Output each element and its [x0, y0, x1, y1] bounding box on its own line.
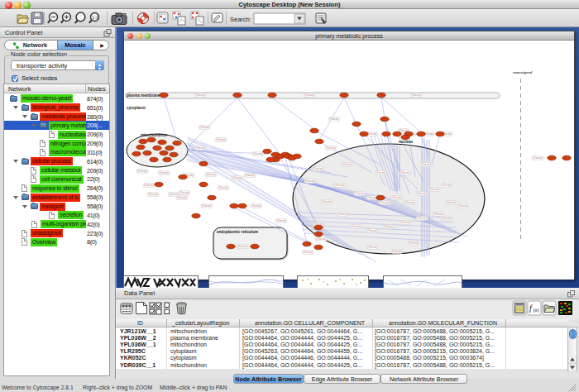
svg-text:(Yxx:xx): (Yxx:xx) — [338, 213, 348, 216]
svg-text:(Yxx:xx): (Yxx:xx) — [144, 184, 154, 187]
svg-text:(Yxx:xx): (Yxx:xx) — [202, 204, 212, 208]
svg-text:(Yxx:xx): (Yxx:xx) — [159, 171, 169, 174]
svg-text:(Yxx:xx): (Yxx:xx) — [313, 167, 323, 170]
svg-text:cytoplasm: cytoplasm — [127, 106, 146, 110]
svg-text:(Yxx:xx): (Yxx:xx) — [400, 221, 410, 224]
svg-text:endoplasmic reticulum: endoplasmic reticulum — [217, 230, 258, 234]
svg-text:(Yxx:xx): (Yxx:xx) — [195, 93, 205, 97]
svg-text:(Yxx:xx): (Yxx:xx) — [195, 146, 205, 150]
svg-text:(Yxx:xx): (Yxx:xx) — [342, 163, 352, 166]
svg-text:nucleus: nucleus — [399, 140, 414, 144]
svg-text:(Yxx:xx): (Yxx:xx) — [409, 241, 419, 245]
svg-text:(Yxx:xx): (Yxx:xx) — [411, 93, 421, 97]
svg-text:(Yxx:xx): (Yxx:xx) — [392, 250, 402, 253]
svg-text:(Yxx:xx): (Yxx:xx) — [367, 246, 377, 249]
svg-text:(Yxx:xx): (Yxx:xx) — [446, 201, 456, 204]
svg-text:(Yxx:xx): (Yxx:xx) — [329, 117, 339, 121]
svg-text:(Yxx:xx): (Yxx:xx) — [404, 201, 414, 204]
svg-text:(Yxx:xx): (Yxx:xx) — [237, 245, 247, 248]
svg-text:(Yxx:xx): (Yxx:xx) — [392, 196, 402, 199]
svg-text:(Yxx:xx): (Yxx:xx) — [137, 170, 147, 173]
svg-text:(Yxx:xx): (Yxx:xx) — [355, 192, 365, 195]
svg-text:(Yxx:xx): (Yxx:xx) — [351, 225, 361, 228]
svg-text:(Yxx:xx): (Yxx:xx) — [245, 174, 255, 177]
svg-text:(Yxx:xx): (Yxx:xx) — [218, 186, 228, 189]
svg-text:(Yxx:xx): (Yxx:xx) — [199, 126, 209, 129]
svg-text:(Yxx:xx): (Yxx:xx) — [367, 229, 377, 232]
svg-text:(x): (x) — [534, 308, 539, 313]
svg-text:(Yxx:xx): (Yxx:xx) — [148, 193, 158, 196]
svg-text:(Yxx:xx): (Yxx:xx) — [232, 176, 242, 179]
svg-text:1:1: 1:1 — [92, 15, 98, 20]
svg-text:(Yxx:xx): (Yxx:xx) — [400, 171, 410, 174]
svg-text:(Yxx:xx): (Yxx:xx) — [169, 193, 179, 196]
svg-text:(Yxx:xx): (Yxx:xx) — [442, 217, 452, 220]
svg-text:(Yxx:xx): (Yxx:xx) — [458, 204, 468, 208]
svg-text:(Yxx:xx): (Yxx:xx) — [216, 138, 226, 141]
svg-text:(Yxx:xx): (Yxx:xx) — [276, 219, 286, 222]
svg-text:(Yxx:xx): (Yxx:xx) — [326, 146, 336, 150]
svg-text:(Yxx:xx): (Yxx:xx) — [206, 173, 216, 176]
svg-text:(Yxx:xx): (Yxx:xx) — [334, 184, 344, 187]
svg-text:(Yxx:xx): (Yxx:xx) — [380, 201, 390, 204]
svg-text:(Yxx:xx): (Yxx:xx) — [251, 204, 261, 208]
svg-text:(Yxx:xx): (Yxx:xx) — [177, 196, 187, 199]
svg-text:(Yxx:xx): (Yxx:xx) — [442, 184, 452, 187]
svg-text:mitochondrion: mitochondrion — [141, 133, 167, 137]
svg-text:(Yxx:xx): (Yxx:xx) — [305, 179, 315, 183]
svg-text:plasma membrane: plasma membrane — [127, 93, 160, 98]
svg-text:unassigned: unassigned — [513, 70, 533, 74]
svg-text:(Yxx:xx): (Yxx:xx) — [322, 200, 332, 203]
svg-text:(Yxx:xx): (Yxx:xx) — [303, 251, 313, 254]
svg-text:(Yxx:xx): (Yxx:xx) — [376, 171, 385, 174]
svg-text:(Yxx:xx): (Yxx:xx) — [304, 93, 314, 97]
svg-text:(Yxx:xx): (Yxx:xx) — [533, 156, 543, 160]
svg-text:(Yxx:xx): (Yxx:xx) — [421, 163, 431, 166]
svg-text:(Yxx:xx): (Yxx:xx) — [367, 196, 377, 199]
svg-text:(Yxx:xx): (Yxx:xx) — [417, 217, 427, 220]
svg-text:Search:: Search: — [230, 16, 251, 23]
svg-text:(Yxx:xx): (Yxx:xx) — [384, 225, 394, 228]
svg-text:(Yxx:xx): (Yxx:xx) — [253, 152, 263, 155]
svg-text:(Yxx:xx): (Yxx:xx) — [367, 132, 377, 136]
svg-text:(Yxx:xx): (Yxx:xx) — [179, 191, 189, 194]
svg-text:(Yxx:xx): (Yxx:xx) — [417, 192, 427, 195]
svg-text:(Yxx:xx): (Yxx:xx) — [429, 188, 439, 191]
svg-text:(Yxx:xx): (Yxx:xx) — [433, 213, 443, 216]
svg-text:(Yxx:xx): (Yxx:xx) — [316, 237, 326, 241]
